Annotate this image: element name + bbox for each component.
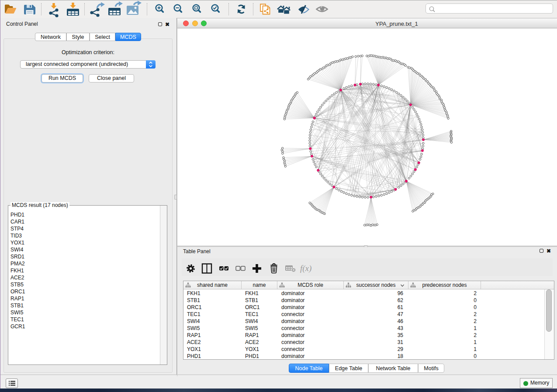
svg-text:f(x): f(x)	[300, 264, 311, 273]
